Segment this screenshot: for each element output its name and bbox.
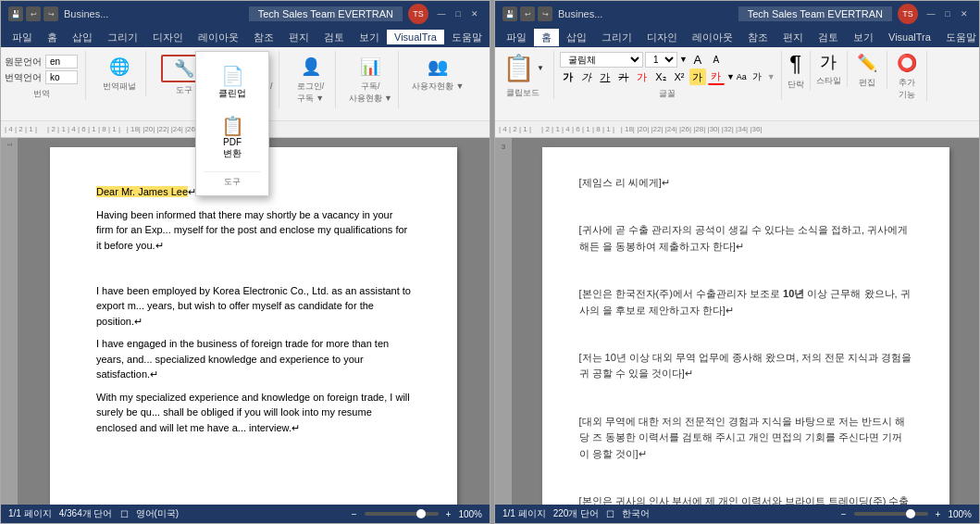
kor-line3: [본인은 한국전자(주)에서 수출관리자 보조로 10년 이상 근무해 왔으나,… xyxy=(579,286,912,318)
left-menu-design[interactable]: 디자인 xyxy=(145,29,191,46)
left-minimize-btn[interactable]: — xyxy=(434,7,449,20)
subscription-icon: 📊 xyxy=(360,58,380,75)
right-menu-ref[interactable]: 참조 xyxy=(740,29,775,46)
font-size-arrow: ▼ xyxy=(679,55,688,64)
edit-label: 편집 xyxy=(853,77,881,89)
undo-icon[interactable]: ↩ xyxy=(26,6,41,21)
font-group-expand[interactable]: ▼ xyxy=(767,72,775,81)
font-shrink-btn[interactable]: A xyxy=(708,51,725,68)
right-save-icon[interactable]: 💾 xyxy=(502,6,517,21)
left-menu-file[interactable]: 파일 xyxy=(5,29,40,46)
right-menu-view[interactable]: 보기 xyxy=(846,29,881,46)
italic-btn[interactable]: 가 xyxy=(578,69,595,85)
left-menu-visualtra[interactable]: VisualTra xyxy=(387,30,444,44)
extra-btn[interactable]: ⭕ xyxy=(893,51,921,75)
left-menu-layout[interactable]: 레이아웃 xyxy=(191,29,246,46)
right-lang: 한국어 xyxy=(622,507,650,520)
left-menu-draw[interactable]: 그리기 xyxy=(100,29,145,46)
font-grow-btn[interactable]: A xyxy=(689,51,706,68)
right-menu-draw[interactable]: 그리기 xyxy=(594,29,639,46)
left-menu-ref[interactable]: 참조 xyxy=(246,29,281,46)
subscription-btn[interactable]: 📊 xyxy=(352,55,389,79)
left-title-bar: 💾 ↩ ↪ Busines... Tech Sales Team EVERTRA… xyxy=(1,1,490,27)
left-lang: 영어(미국) xyxy=(136,507,180,520)
right-menu-home[interactable]: 홈 xyxy=(534,29,559,46)
underline-btn[interactable]: 가 xyxy=(597,69,614,85)
kor-spacer2 xyxy=(579,262,912,279)
color-btn[interactable]: 가 xyxy=(634,69,651,85)
right-menu-file[interactable]: 파일 xyxy=(499,29,534,46)
login-label: 로그인/구독 ▼ xyxy=(297,81,325,105)
right-menu-review[interactable]: 검토 xyxy=(811,29,846,46)
target-lang-input[interactable] xyxy=(45,70,78,84)
right-menu-design[interactable]: 디자인 xyxy=(639,29,685,46)
translate-panel-label: 번역패널 xyxy=(103,81,136,93)
right-undo-icon[interactable]: ↩ xyxy=(520,6,535,21)
left-zoom-out-btn[interactable]: − xyxy=(352,509,357,519)
font-expand-btn[interactable]: ▼ Aa xyxy=(726,72,747,81)
source-lang-input[interactable] xyxy=(45,55,78,69)
right-zoom-out-btn[interactable]: − xyxy=(841,509,847,519)
edit-group: ✏️ 편집 xyxy=(853,51,887,89)
highlight-btn[interactable]: 가 xyxy=(689,69,706,85)
left-menu-help[interactable]: 도움말 xyxy=(444,29,490,46)
extra-icon: ⭕ xyxy=(897,53,917,73)
right-tab-tech-sales[interactable]: Tech Sales Team EVERTRAN xyxy=(738,6,892,21)
left-zoom-slider[interactable] xyxy=(365,512,439,516)
left-zoom-level: 100% xyxy=(458,509,482,519)
right-doc-scroll[interactable]: [제임스 리 씨에게]↵ [귀사에 곧 수출 관리자의 공석이 생길 수 있다는… xyxy=(512,138,979,505)
left-close-btn[interactable]: ✕ xyxy=(467,7,482,20)
right-redo-icon[interactable]: ↪ xyxy=(538,6,552,21)
right-menu-insert[interactable]: 삽입 xyxy=(559,29,594,46)
right-menu-bar: 파일 홈 삽입 그리기 디자인 레이아웃 참조 편지 검토 보기 VisualT… xyxy=(495,27,979,47)
right-title: Busines... xyxy=(558,8,733,19)
pdf-convert-btn[interactable]: 📋 PDF 변환 xyxy=(204,109,261,166)
redo-icon[interactable]: ↪ xyxy=(43,6,58,21)
right-zoom-thumb[interactable] xyxy=(906,509,915,518)
left-status-right: − + 100% xyxy=(352,509,482,519)
left-menu-view[interactable]: 보기 xyxy=(352,29,387,46)
user-status-btn[interactable]: 👥 xyxy=(419,55,456,79)
subscript-btn[interactable]: X₂ xyxy=(652,69,669,85)
doc-para1: Having been informed that there may shor… xyxy=(96,207,411,254)
styles-group: 가 스타일 xyxy=(816,51,848,87)
right-avatar: TS xyxy=(898,4,918,24)
clear-format-btn[interactable]: 가 xyxy=(749,69,765,85)
tools-icon: 🔧 xyxy=(174,60,194,77)
login-btn[interactable]: 👤 xyxy=(292,55,329,79)
left-word-count: 4/364개 단어 xyxy=(59,507,113,520)
left-zoom-in-btn[interactable]: + xyxy=(446,509,452,519)
left-menu-mail[interactable]: 편지 xyxy=(281,29,316,46)
right-menu-help[interactable]: 도움말 xyxy=(938,29,980,46)
right-menu-visualtra[interactable]: VisualTra xyxy=(881,30,938,44)
right-win-controls: — □ ✕ xyxy=(924,7,972,20)
right-menu-mail[interactable]: 편지 xyxy=(775,29,811,46)
translate-panel-icon: 🌐 xyxy=(109,58,130,75)
font-name-select[interactable]: 굴림체 xyxy=(560,52,643,68)
right-doc-page: [제임스 리 씨에게]↵ [귀사에 곧 수출 관리자의 공석이 생길 수 있다는… xyxy=(542,147,949,505)
left-tab-tech-sales[interactable]: Tech Sales Team EVERTRAN xyxy=(249,6,403,21)
left-menu-insert[interactable]: 삽입 xyxy=(65,29,100,46)
right-maximize-btn[interactable]: □ xyxy=(940,7,955,20)
font-size-select[interactable]: 10 xyxy=(645,52,677,68)
strikethrough-btn[interactable]: 가 xyxy=(615,69,632,85)
right-zoom-slider[interactable] xyxy=(854,512,928,516)
font-color2-btn[interactable]: 카 xyxy=(708,69,725,85)
save-icon[interactable]: 💾 xyxy=(8,6,23,21)
kor-spacer5 xyxy=(579,469,912,486)
edit-btn[interactable]: ✏️ xyxy=(853,51,881,75)
right-close-btn[interactable]: ✕ xyxy=(957,7,972,20)
paste-btn[interactable]: 📋 ▼ xyxy=(499,51,548,85)
right-minimize-btn[interactable]: — xyxy=(924,7,938,20)
left-menu-review[interactable]: 검토 xyxy=(316,29,352,46)
source-lang-label: 원문언어 xyxy=(5,56,42,69)
translate-panel-btn[interactable]: 🌐 xyxy=(101,55,138,79)
left-maximize-btn[interactable]: □ xyxy=(451,7,465,20)
left-menu-home[interactable]: 홈 xyxy=(40,29,65,46)
left-zoom-thumb[interactable] xyxy=(416,509,426,518)
right-menu-layout[interactable]: 레이아웃 xyxy=(685,29,740,46)
cleanup-btn[interactable]: 📄 클린업 xyxy=(204,59,261,106)
right-zoom-in-btn[interactable]: + xyxy=(936,509,941,519)
superscript-btn[interactable]: X² xyxy=(671,69,688,85)
bold-btn[interactable]: 가 xyxy=(560,69,577,85)
